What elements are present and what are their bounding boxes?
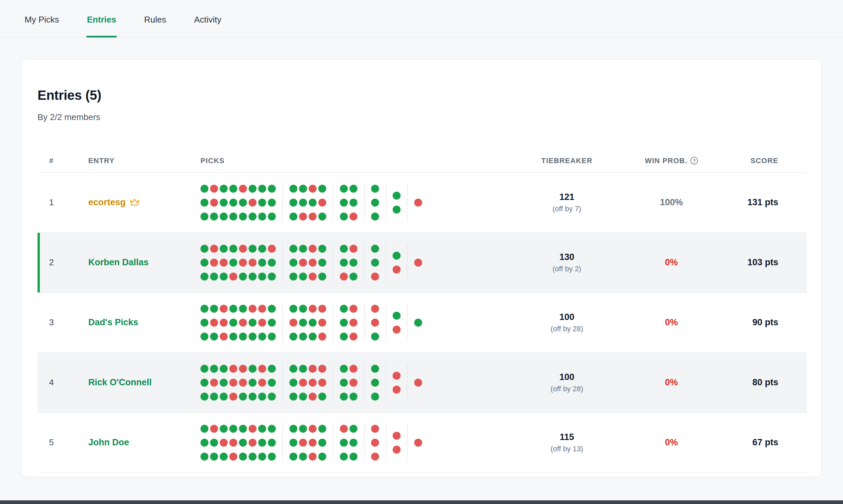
correct-pick-dot [220,245,228,253]
picks-dot-row [393,252,400,259]
picks-dot-row [201,185,276,193]
picks-group [393,252,400,273]
picks-dot-row [393,205,400,214]
win-prob-label: WIN PROB. [645,157,687,165]
entry-tiebreaker: 100 (off by 28) [509,312,625,333]
entry-name[interactable]: Dad's Picks [88,317,138,328]
correct-pick-dot [309,332,316,341]
picks-dot-row [340,185,358,193]
entry-name[interactable]: Korben Dallas [88,257,149,268]
column-header-score: SCORE [718,157,807,165]
correct-pick-dot [229,185,237,193]
correct-pick-dot [268,185,276,193]
correct-pick-dot [201,379,208,386]
correct-pick-dot [268,259,276,267]
picks-group-divider [407,424,408,462]
picks-dot-row [340,245,358,253]
picks-group [340,365,358,400]
correct-pick-dot [210,393,218,400]
picks-dot-row [340,393,358,400]
entry-rank: 4 [37,377,65,388]
correct-pick-dot [340,453,348,461]
picks-dot-row [289,365,326,373]
correct-pick-dot [248,453,257,461]
incorrect-pick-dot [309,379,316,386]
correct-pick-dot [268,393,276,400]
score-value: 90 pts [718,317,807,328]
incorrect-pick-dot [220,332,228,341]
tiebreaker-off: (off by 7) [509,204,625,213]
correct-pick-dot [340,319,348,327]
incorrect-pick-dot [318,365,326,373]
picks-dot-row [393,326,400,334]
picks-dot-row [371,439,379,447]
picks-group-divider [386,424,386,462]
picks-group-divider [407,303,408,342]
tab-my-picks[interactable]: My Picks [24,15,60,37]
entry-picks [192,363,509,402]
correct-pick-dot [210,332,218,341]
picks-group-divider [333,183,333,222]
picks-group-divider [333,424,333,462]
correct-pick-dot [340,213,348,220]
correct-pick-dot [258,273,266,281]
correct-pick-dot [220,365,228,373]
picks-dot-row [414,199,422,206]
picks-group [414,199,422,206]
correct-pick-dot [371,259,379,267]
correct-pick-dot [201,393,208,400]
tab-activity[interactable]: Activity [193,15,222,37]
entry-picks [192,244,509,282]
correct-pick-dot [268,453,276,461]
picks-group [289,305,326,341]
picks-dot-row [371,259,379,267]
correct-pick-dot [258,439,266,447]
incorrect-pick-dot [371,453,379,461]
correct-pick-dot [239,273,247,281]
incorrect-pick-dot [210,199,218,206]
entry-name[interactable]: Rick O'Connell [88,377,152,388]
tab-rules[interactable]: Rules [143,15,167,37]
incorrect-pick-dot [229,439,237,447]
entry-cell: ecortesg [65,197,192,208]
incorrect-pick-dot [309,245,316,253]
incorrect-pick-dot [371,319,379,327]
tab-entries[interactable]: Entries [86,15,117,37]
correct-pick-dot [248,213,257,220]
correct-pick-dot [299,393,307,400]
correct-pick-dot [248,379,257,386]
picks-dot-row [201,273,276,281]
picks-dot-row [340,199,358,206]
correct-pick-dot [239,213,247,220]
incorrect-pick-dot [349,319,358,327]
incorrect-pick-dot [309,305,316,313]
picks-dot-row [371,213,379,220]
correct-pick-dot [340,379,348,386]
correct-pick-dot [340,259,348,267]
entry-cell: Dad's Picks [65,317,192,328]
picks-dot-row [340,273,358,281]
picks-group-divider [364,303,364,342]
entry-name[interactable]: ecortesg [88,197,126,208]
correct-pick-dot [318,185,326,193]
incorrect-pick-dot [258,305,266,313]
correct-pick-dot [248,393,257,400]
incorrect-pick-dot [309,185,316,193]
picks-group [393,312,400,334]
incorrect-pick-dot [393,432,400,440]
picks-group-divider [364,183,364,222]
correct-pick-dot [248,245,257,253]
correct-pick-dot [299,305,307,313]
score-value: 103 pts [718,257,807,268]
correct-pick-dot [201,305,208,313]
correct-pick-dot [248,365,257,373]
correct-pick-dot [371,245,379,253]
entry-name[interactable]: John Doe [88,437,129,448]
correct-pick-dot [340,245,348,253]
picks-group [414,379,422,386]
table-header: # ENTRY PICKS TIEBREAKER WIN PROB. ? SCO… [37,157,807,173]
correct-pick-dot [299,185,307,193]
picks-group [371,185,379,220]
picks-group [393,192,400,214]
help-icon[interactable]: ? [690,157,698,164]
